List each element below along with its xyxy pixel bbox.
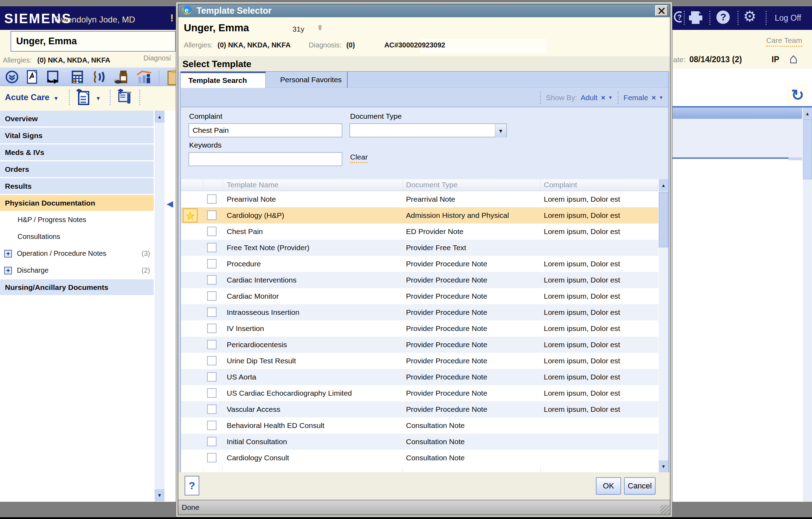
clipboard-icon[interactable] — [167, 70, 176, 84]
sidebar-item[interactable]: + Discharge (2) — [0, 262, 154, 278]
route-icon[interactable] — [45, 70, 59, 84]
add-note-icon[interactable] — [76, 89, 91, 107]
sidebar-item[interactable]: + Nursing/Ancillary Documents — [0, 279, 154, 295]
sidebar-item[interactable]: + Operation / Procedure Notes (3) — [0, 246, 154, 261]
add-order-icon[interactable] — [117, 89, 133, 107]
table-row[interactable]: ★ Behavioral Health ED Consult Consultat… — [181, 417, 658, 434]
row-checkbox[interactable] — [207, 453, 217, 462]
sidebar-item[interactable]: + H&P / Progress Notes — [0, 212, 154, 228]
table-row[interactable]: ★ Prearrival Note Prearrival Note Lorem … — [181, 191, 658, 207]
table-row[interactable]: ★ US Cardiac Echocardiography Limited Pr… — [181, 385, 658, 401]
gear-icon[interactable]: ⚙ — [743, 9, 756, 24]
document-type-select[interactable]: ▼ — [349, 123, 507, 137]
combo-dropdown-icon[interactable]: ▼ — [495, 124, 506, 137]
row-checkbox[interactable] — [207, 194, 217, 204]
expand-plus-icon[interactable]: + — [4, 250, 12, 258]
calculator-icon[interactable] — [70, 70, 84, 84]
row-checkbox[interactable] — [207, 421, 217, 430]
census-icon[interactable] — [136, 70, 150, 84]
filter-adult[interactable]: Adult — [581, 93, 598, 102]
row-checkbox[interactable] — [207, 356, 217, 365]
sidebar-item[interactable]: + Vital Signs — [0, 128, 154, 143]
sidebar-item[interactable]: + Physician Documentation — [0, 195, 154, 211]
print-icon[interactable] — [688, 11, 703, 26]
cancel-button[interactable]: Cancel — [624, 477, 656, 495]
sidebar-item[interactable]: + Consultations — [0, 229, 154, 245]
table-row[interactable]: ★ IV Insertion Provider Procedure Note L… — [181, 320, 658, 337]
sidebar-scrollbar[interactable]: ▲ ▼ — [155, 111, 165, 502]
close-icon[interactable] — [655, 5, 668, 16]
alert-icon[interactable]: ! — [170, 12, 174, 24]
scroll-down-icon[interactable]: ▼ — [659, 460, 668, 472]
table-row[interactable]: ★ Procedure Provider Procedure Note Lore… — [181, 256, 658, 272]
sidebar-item[interactable]: + Meds & IVs — [0, 144, 154, 160]
row-checkbox[interactable] — [207, 210, 217, 220]
row-checkbox[interactable] — [207, 340, 217, 349]
table-row[interactable]: ★ Pericardiocentesis Provider Procedure … — [181, 337, 658, 353]
row-checkbox[interactable] — [207, 404, 217, 414]
progress-note-icon[interactable] — [25, 70, 39, 84]
table-row[interactable]: ★ Urine Dip Test Result Provider Procedu… — [181, 353, 658, 369]
col-document-type[interactable]: Document Type — [406, 181, 458, 189]
ok-button[interactable]: OK — [596, 477, 621, 495]
help-icon[interactable]: ? — [716, 10, 730, 26]
row-checkbox[interactable] — [207, 259, 217, 268]
refresh-button[interactable]: ↻ — [787, 84, 808, 105]
sidebar-item[interactable]: + Results — [0, 178, 154, 194]
patient-name-field[interactable]: Unger, Emma — [11, 31, 176, 52]
table-scrollbar[interactable]: ▲ ▼ — [659, 179, 668, 472]
scroll-up-icon[interactable]: ▲ — [155, 111, 165, 123]
scroll-up-icon[interactable]: ▲ — [659, 179, 668, 191]
tab-template-search[interactable]: Template Search — [181, 72, 266, 88]
table-row[interactable]: ★ US Aorta Provider Procedure Note Lorem… — [181, 369, 658, 385]
horizontal-scroll-thumb[interactable] — [788, 157, 802, 160]
table-row[interactable]: ★ Cardiology (H&P) Admission History and… — [181, 207, 658, 223]
chevron-down-icon[interactable]: ▼ — [659, 95, 663, 100]
dialog-titlebar[interactable]: e Template Selector — [178, 4, 670, 17]
keywords-input[interactable] — [188, 152, 342, 166]
row-checkbox[interactable] — [207, 243, 217, 252]
table-row[interactable]: ★ Vascular Access Provider Procedure Not… — [181, 401, 658, 417]
collapse-pane-icon[interactable]: ◀ — [167, 199, 173, 209]
clear-link[interactable]: Clear — [350, 153, 368, 163]
help-button[interactable]: ? — [185, 476, 199, 495]
visit-date-value[interactable]: 08/14/2013 (2) — [689, 55, 742, 64]
table-row[interactable]: ★ Cardiac Monitor Provider Procedure Not… — [181, 288, 658, 304]
row-checkbox[interactable] — [207, 437, 217, 446]
remove-filter-icon[interactable]: × — [601, 93, 605, 102]
sidebar-item[interactable]: + Overview — [0, 111, 154, 126]
content-scrollbar[interactable]: ▲ — [803, 108, 812, 519]
log-off-button[interactable]: Log Off — [775, 13, 801, 23]
scroll-down-icon[interactable]: ▼ — [155, 489, 165, 501]
table-row[interactable]: ★ Chest Pain ED Provider Note Lorem ipsu… — [181, 223, 658, 240]
collapse-all-icon[interactable] — [5, 70, 19, 84]
row-checkbox[interactable] — [207, 291, 217, 301]
col-complaint[interactable]: Complaint — [544, 181, 577, 189]
medications-icon[interactable] — [112, 70, 127, 84]
row-checkbox[interactable] — [207, 324, 217, 333]
home-icon[interactable]: ⌂ — [789, 51, 798, 66]
chevron-down-icon[interactable]: ▼ — [53, 95, 59, 101]
table-row[interactable]: ★ Cardiology Consult Consultation Note — [181, 450, 658, 466]
filter-female[interactable]: Female — [624, 93, 648, 102]
row-checkbox[interactable] — [207, 227, 217, 236]
chevron-down-icon[interactable]: ▼ — [96, 95, 101, 101]
col-template-name[interactable]: Template Name — [227, 181, 278, 189]
dictation-icon[interactable] — [91, 70, 105, 84]
row-checkbox[interactable] — [207, 388, 217, 398]
acute-care-selector[interactable]: Acute Care — [5, 92, 50, 102]
row-checkbox[interactable] — [207, 372, 217, 382]
table-row[interactable]: ★ Free Text Note (Provider) Provider Fre… — [181, 240, 658, 256]
sidebar-item[interactable]: + Orders — [0, 161, 154, 177]
expand-plus-icon[interactable]: + — [4, 267, 12, 274]
tab-personal-favorites[interactable]: Personal Favorites — [266, 72, 348, 88]
chevron-down-icon[interactable]: ▼ — [608, 95, 613, 100]
scroll-thumb[interactable] — [803, 119, 812, 179]
row-checkbox[interactable] — [207, 307, 217, 317]
favorite-star-icon[interactable]: ★ — [183, 208, 198, 222]
complaint-input[interactable]: Chest Pain — [188, 123, 342, 137]
table-row[interactable]: ★ Cardiac Interventions Provider Procedu… — [181, 272, 658, 288]
table-row[interactable]: ★ Intraosseous Insertion Provider Proced… — [181, 304, 658, 320]
scroll-thumb[interactable] — [659, 192, 668, 247]
care-team-link[interactable]: Care Team — [766, 36, 802, 47]
